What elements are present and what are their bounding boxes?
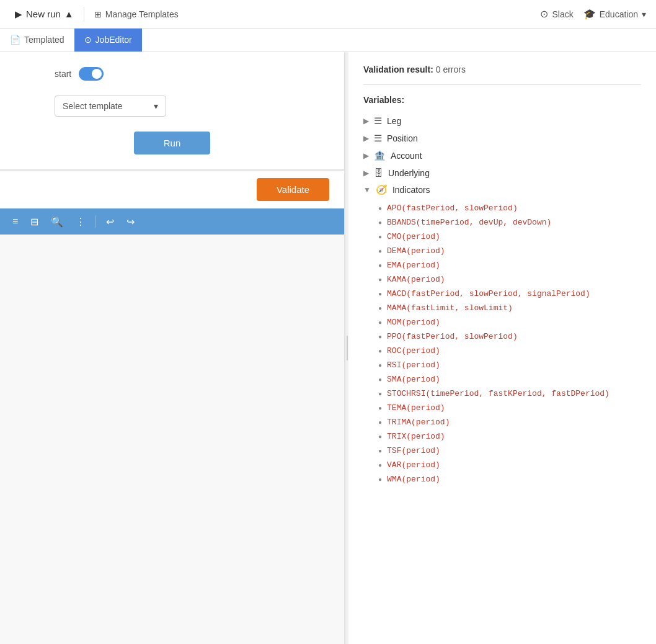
topnav-left: ▶ New run ▲ ⊞ Manage Templates — [10, 6, 184, 22]
chevron-right-icon: ▶ — [363, 117, 369, 125]
variable-tree: ▶ ☰ Leg ▶ ☰ Position ▶ 🏦 Account ▶ 🗄 Und… — [363, 112, 641, 199]
chevron-right-icon-underlying: ▶ — [363, 169, 369, 177]
subnav-templated[interactable]: 📄 Templated — [0, 29, 74, 51]
new-run-button[interactable]: ▶ New run ▲ — [10, 6, 79, 22]
subnav-jobeditor[interactable]: ⊙ JobEditor — [74, 29, 142, 51]
list-icon-position: ☰ — [374, 133, 382, 144]
redo-button[interactable]: ↪ — [122, 213, 140, 230]
db-icon-underlying: 🗄 — [374, 168, 383, 178]
tree-item-underlying[interactable]: ▶ 🗄 Underlying — [363, 164, 641, 181]
indicator-text[interactable]: DEMA(period) — [387, 246, 445, 256]
bullet-icon: ● — [378, 233, 382, 240]
indicator-text[interactable]: MAMA(fastLimit, slowLimit) — [387, 303, 513, 313]
bullet-icon: ● — [378, 447, 382, 454]
tree-label-account: Account — [391, 151, 422, 161]
indicator-item: ● BBANDS(timePeriod, devUp, devDown) — [378, 215, 641, 230]
validation-result: Validation result: 0 errors — [363, 65, 641, 85]
bullet-icon: ● — [378, 305, 382, 311]
indicator-text[interactable]: TEMA(period) — [387, 403, 445, 413]
indicator-text[interactable]: BBANDS(timePeriod, devUp, devDown) — [387, 218, 551, 227]
bullet-icon: ● — [378, 205, 382, 212]
bullet-icon: ● — [378, 476, 382, 483]
indicator-item: ● TRIMA(period) — [378, 415, 641, 429]
bullet-icon: ● — [378, 333, 382, 340]
tree-label-underlying: Underlying — [388, 168, 430, 178]
manage-templates-button[interactable]: ⊞ Manage Templates — [89, 7, 184, 22]
filter-button[interactable]: ⊟ — [25, 213, 43, 230]
bullet-icon: ● — [378, 262, 382, 269]
validate-button[interactable]: Validate — [257, 178, 329, 201]
bullet-icon: ● — [378, 419, 382, 426]
indicator-text[interactable]: MOM(period) — [387, 318, 440, 327]
undo-icon: ↩ — [106, 216, 114, 228]
bullet-icon: ● — [378, 362, 382, 369]
indicator-item: ● APO(fastPeriod, slowPeriod) — [378, 201, 641, 215]
indicator-item: ● VAR(period) — [378, 458, 641, 472]
indicator-text[interactable]: TRIMA(period) — [387, 418, 450, 427]
grid-icon: ⊞ — [94, 9, 102, 19]
sort-button[interactable]: ≡ — [7, 213, 23, 230]
bullet-icon: ● — [378, 319, 382, 326]
tree-label-indicators: Indicators — [392, 185, 430, 195]
indicator-item: ● TEMA(period) — [378, 401, 641, 415]
indicator-text[interactable]: TRIX(period) — [387, 432, 445, 441]
toolbar-separator — [95, 215, 96, 228]
chevron-right-icon-position: ▶ — [363, 134, 369, 143]
indicator-item: ● EMA(period) — [378, 258, 641, 272]
topnav: ▶ New run ▲ ⊞ Manage Templates ⊙ Slack 🎓… — [0, 0, 656, 29]
indicator-text[interactable]: VAR(period) — [387, 460, 440, 470]
select-template-dropdown[interactable]: Select template ▾ — [55, 96, 166, 117]
indicator-item: ● TRIX(period) — [378, 429, 641, 444]
validation-result-label: Validation result: — [363, 65, 433, 74]
tree-item-indicators[interactable]: ▼ 🧭 Indicators — [363, 181, 641, 199]
indicator-text[interactable]: APO(fastPeriod, slowPeriod) — [387, 203, 518, 213]
search-button[interactable]: 🔍 — [46, 213, 68, 230]
bullet-icon: ● — [378, 376, 382, 383]
indicator-text[interactable]: PPO(fastPeriod, slowPeriod) — [387, 332, 518, 341]
start-toggle[interactable] — [79, 67, 104, 81]
new-run-label: New run — [26, 9, 61, 19]
education-label: Education — [600, 9, 638, 19]
indicator-text[interactable]: WMA(period) — [387, 475, 440, 484]
undo-button[interactable]: ↩ — [101, 213, 119, 230]
indicator-text[interactable]: KAMA(period) — [387, 275, 445, 284]
templated-icon: 📄 — [10, 35, 20, 45]
chevron-down-icon: ▾ — [642, 9, 646, 19]
templated-label: Templated — [24, 35, 64, 45]
sort-icon: ≡ — [12, 216, 18, 227]
indicator-text[interactable]: EMA(period) — [387, 261, 440, 270]
tree-item-position[interactable]: ▶ ☰ Position — [363, 130, 641, 147]
bank-icon-account: 🏦 — [374, 150, 386, 161]
bullet-icon: ● — [378, 219, 382, 226]
slack-button[interactable]: ⊙ Slack — [540, 8, 573, 20]
indicator-text[interactable]: TSF(period) — [387, 446, 440, 455]
template-section: start Select template ▾ Run — [0, 52, 344, 170]
indicator-text[interactable]: RSI(period) — [387, 360, 440, 370]
indicator-text[interactable]: SMA(period) — [387, 375, 440, 384]
tree-item-account[interactable]: ▶ 🏦 Account — [363, 147, 641, 164]
more-button[interactable]: ⋮ — [71, 213, 91, 230]
jobeditor-icon: ⊙ — [84, 35, 92, 45]
code-editor-area[interactable] — [0, 235, 344, 644]
bullet-icon: ● — [378, 248, 382, 254]
slack-label: Slack — [552, 9, 573, 19]
indicator-text[interactable]: MACD(fastPeriod, slowPeriod, signalPerio… — [387, 289, 590, 298]
chevron-up-icon: ▲ — [64, 9, 74, 19]
compass-icon-indicators: 🧭 — [376, 184, 388, 195]
education-icon: 🎓 — [583, 8, 596, 20]
tree-label-position: Position — [387, 133, 418, 143]
education-button[interactable]: 🎓 Education ▾ — [583, 8, 646, 20]
list-icon-leg: ☰ — [374, 115, 382, 127]
more-icon: ⋮ — [76, 216, 86, 228]
indicator-text[interactable]: CMO(period) — [387, 232, 440, 241]
topnav-right: ⊙ Slack 🎓 Education ▾ — [540, 8, 646, 20]
indicator-item: ● STOCHRSI(timePeriod, fastKPeriod, fast… — [378, 387, 641, 401]
splitter-handle — [347, 336, 348, 360]
indicator-text[interactable]: ROC(period) — [387, 346, 440, 356]
indicator-text[interactable]: STOCHRSI(timePeriod, fastKPeriod, fastDP… — [387, 389, 609, 398]
run-button[interactable]: Run — [134, 132, 211, 154]
bullet-icon: ● — [378, 433, 382, 440]
indicator-item: ● KAMA(period) — [378, 272, 641, 287]
tree-label-leg: Leg — [387, 116, 401, 126]
tree-item-leg[interactable]: ▶ ☰ Leg — [363, 112, 641, 130]
